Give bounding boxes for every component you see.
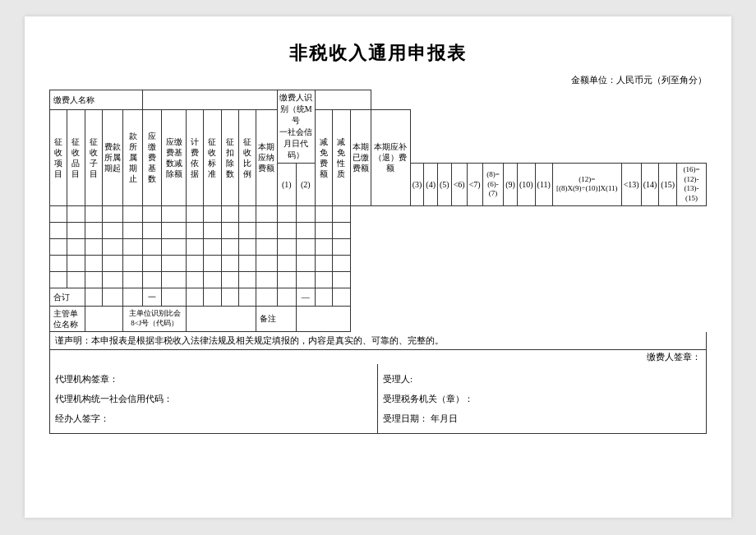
- cell[interactable]: [50, 255, 67, 271]
- cell[interactable]: [315, 238, 332, 255]
- cell[interactable]: [123, 205, 142, 222]
- cell[interactable]: [296, 238, 315, 255]
- subtotal-cell[interactable]: [221, 288, 238, 306]
- cell[interactable]: [296, 255, 315, 271]
- subtotal-cell[interactable]: [204, 288, 221, 306]
- cell[interactable]: [256, 238, 278, 255]
- subtotal-cell[interactable]: [186, 288, 203, 306]
- cell[interactable]: [186, 205, 203, 222]
- idx-14: (14): [641, 164, 659, 206]
- cell[interactable]: [162, 222, 187, 238]
- cell[interactable]: [221, 271, 238, 288]
- cell[interactable]: [277, 238, 296, 255]
- cell[interactable]: [333, 205, 350, 222]
- cell[interactable]: [333, 271, 350, 288]
- subtotal-cell[interactable]: [315, 288, 332, 306]
- cell[interactable]: [142, 205, 161, 222]
- cell[interactable]: [204, 205, 221, 222]
- cell[interactable]: [296, 205, 315, 222]
- cell[interactable]: [186, 271, 203, 288]
- cell[interactable]: [162, 205, 187, 222]
- cell[interactable]: [296, 222, 315, 238]
- cell[interactable]: [50, 271, 67, 288]
- cell[interactable]: [142, 238, 161, 255]
- cell[interactable]: [186, 255, 203, 271]
- cell[interactable]: [204, 271, 221, 288]
- subtotal-cell[interactable]: [277, 288, 296, 306]
- cell[interactable]: [256, 271, 278, 288]
- subtotal-cell[interactable]: [102, 288, 123, 306]
- cell[interactable]: [186, 222, 203, 238]
- subtotal-cell[interactable]: [333, 288, 350, 306]
- subtotal-cell[interactable]: [123, 288, 142, 306]
- authority-name-value[interactable]: [85, 306, 123, 331]
- cell[interactable]: [221, 222, 238, 238]
- cell[interactable]: [256, 222, 278, 238]
- cell[interactable]: [238, 205, 256, 222]
- cell[interactable]: [50, 238, 67, 255]
- cell[interactable]: [204, 255, 221, 271]
- cell[interactable]: [162, 238, 187, 255]
- cell[interactable]: [123, 222, 142, 238]
- col-standard: 征收标准: [204, 110, 221, 206]
- cell[interactable]: [85, 222, 102, 238]
- cell[interactable]: [204, 222, 221, 238]
- cell[interactable]: [102, 238, 123, 255]
- cell[interactable]: [186, 238, 203, 255]
- cell[interactable]: [67, 238, 85, 255]
- taxpayer-id-value[interactable]: [315, 90, 371, 110]
- subtotal-cell[interactable]: [85, 288, 102, 306]
- cell[interactable]: [50, 205, 67, 222]
- idx-12: (12)=[(8)X(9)÷(10)]X(11): [552, 164, 621, 206]
- cell[interactable]: [296, 271, 315, 288]
- cell[interactable]: [102, 271, 123, 288]
- cell[interactable]: [256, 255, 278, 271]
- cell[interactable]: [315, 271, 332, 288]
- remark-value[interactable]: [296, 306, 350, 331]
- cell[interactable]: [221, 255, 238, 271]
- cell[interactable]: [85, 271, 102, 288]
- cell[interactable]: [238, 238, 256, 255]
- cell[interactable]: [238, 255, 256, 271]
- cell[interactable]: [315, 255, 332, 271]
- subtotal-cell[interactable]: [238, 288, 256, 306]
- subtotal-cell[interactable]: [162, 288, 187, 306]
- cell[interactable]: [67, 255, 85, 271]
- cell[interactable]: [123, 271, 142, 288]
- cell[interactable]: [333, 238, 350, 255]
- cell[interactable]: [142, 271, 161, 288]
- cell[interactable]: [315, 222, 332, 238]
- subtotal-cell[interactable]: [256, 288, 278, 306]
- cell[interactable]: [50, 222, 67, 238]
- cell[interactable]: [102, 255, 123, 271]
- cell[interactable]: [333, 255, 350, 271]
- cell[interactable]: [142, 222, 161, 238]
- taxpayer-name-value[interactable]: [142, 90, 277, 110]
- cell[interactable]: [67, 271, 85, 288]
- cell[interactable]: [85, 205, 102, 222]
- cell[interactable]: [238, 222, 256, 238]
- cell[interactable]: [102, 222, 123, 238]
- cell[interactable]: [85, 238, 102, 255]
- cell[interactable]: [67, 205, 85, 222]
- cell[interactable]: [277, 205, 296, 222]
- authority-id-value[interactable]: [186, 306, 256, 331]
- cell[interactable]: [238, 271, 256, 288]
- cell[interactable]: [123, 238, 142, 255]
- cell[interactable]: [162, 271, 187, 288]
- cell[interactable]: [256, 205, 278, 222]
- cell[interactable]: [142, 255, 161, 271]
- cell[interactable]: [221, 205, 238, 222]
- cell[interactable]: [102, 205, 123, 222]
- cell[interactable]: [204, 238, 221, 255]
- cell[interactable]: [277, 255, 296, 271]
- cell[interactable]: [85, 255, 102, 271]
- cell[interactable]: [333, 222, 350, 238]
- cell[interactable]: [221, 238, 238, 255]
- cell[interactable]: [123, 255, 142, 271]
- cell[interactable]: [162, 255, 187, 271]
- cell[interactable]: [277, 222, 296, 238]
- cell[interactable]: [315, 205, 332, 222]
- cell[interactable]: [67, 222, 85, 238]
- cell[interactable]: [277, 271, 296, 288]
